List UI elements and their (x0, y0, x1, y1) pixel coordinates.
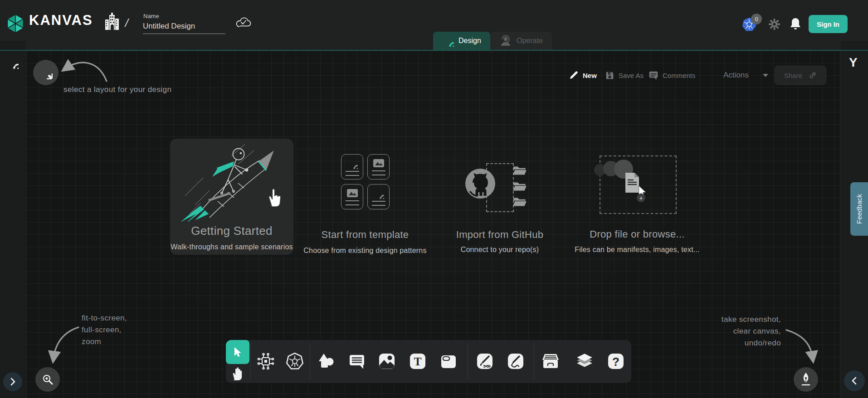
spiral-icon (373, 188, 384, 199)
folder-icon (512, 196, 527, 207)
chevron-right-icon (10, 378, 15, 386)
expand-left-panel-button[interactable] (3, 372, 22, 391)
select-tool[interactable] (226, 340, 249, 364)
help-question-icon: ? (607, 352, 625, 370)
layers-tool[interactable] (575, 351, 595, 371)
image-icon (373, 159, 385, 169)
archive-drawer-icon (541, 352, 561, 370)
thumb-lines (372, 201, 385, 206)
text-T-icon: T (409, 352, 427, 370)
meshery-spiral-icon[interactable] (5, 55, 19, 69)
comment-tool[interactable] (347, 351, 367, 371)
settings-gear-icon[interactable] (768, 18, 780, 30)
pan-tool[interactable] (228, 364, 248, 383)
tab-operate[interactable]: Operate (490, 32, 552, 50)
dock-divider (468, 344, 468, 379)
card-subtitle: Connect to your repo(s) (441, 246, 559, 254)
card-subtitle: Choose from existing design patterns (297, 247, 433, 255)
layout-hint-text: select a layout for your design (63, 85, 171, 94)
svg-text:?: ? (612, 355, 619, 369)
feedback-tab[interactable]: Feedback (850, 182, 868, 236)
github-octocat-icon[interactable] (464, 168, 496, 200)
layout-suggestion-button[interactable] (33, 60, 59, 85)
canvas-actions-button[interactable] (794, 367, 818, 392)
help-tool[interactable]: ? (606, 351, 626, 371)
design-canvas[interactable]: select a layout for your design New Save… (26, 51, 840, 398)
image-photo-icon (378, 352, 396, 370)
layout-suggestion-icon (39, 66, 53, 79)
folder-icon (512, 165, 527, 176)
collapse-right-panel-button[interactable] (844, 370, 865, 391)
magnifier-plus-icon (42, 374, 54, 385)
save-as-button[interactable]: Save As (605, 70, 644, 81)
image-icon (346, 189, 358, 199)
comment-box-icon (348, 352, 366, 370)
template-thumb (341, 154, 363, 180)
zoom-hint-arrow (44, 323, 83, 364)
tab-design[interactable]: Design (433, 32, 490, 50)
saved-cloud-icon (235, 16, 252, 29)
sign-in-button[interactable]: Sign In (809, 15, 848, 33)
design-tab-icon (442, 35, 454, 47)
text-tool[interactable]: T (408, 351, 428, 371)
share-button[interactable]: Share (775, 66, 826, 85)
kubernetes-wheel-icon (285, 352, 304, 371)
new-design-button[interactable]: New (569, 70, 597, 81)
new-label: New (583, 72, 597, 79)
pencil-new-icon (569, 70, 579, 80)
pen-tool[interactable] (475, 351, 495, 371)
breadcrumb-slash: / (124, 16, 130, 29)
actions-dropdown[interactable]: Actions (723, 70, 768, 81)
zoom-hint-text: fit-to-screen, full-screen, zoom (82, 312, 127, 348)
pencil-scribble-icon (507, 352, 525, 370)
spiral-icon (347, 158, 358, 169)
note-tool[interactable] (439, 351, 458, 371)
operate-tab-icon (499, 34, 512, 47)
left-rail (0, 41, 27, 398)
save-as-label: Save As (619, 72, 644, 79)
template-thumb (367, 184, 390, 209)
pen-path-icon (476, 352, 494, 370)
tab-design-label: Design (458, 37, 481, 45)
card-title[interactable]: Drop file or browse... (574, 228, 701, 240)
shapes-icon (317, 352, 336, 370)
app-header: KANVAS / Name (0, 0, 868, 41)
hand-icon (231, 366, 244, 381)
template-thumbnails[interactable] (341, 154, 390, 209)
brand-logo-icon[interactable] (5, 14, 25, 34)
dock-divider (250, 344, 251, 379)
layout-hint-arrow (61, 52, 112, 87)
comments-label: Comments (663, 72, 696, 79)
archive-tool[interactable] (541, 351, 561, 371)
design-name-label: Name (143, 13, 159, 19)
card-subtitle: Walk-throughs and sample scenarios (161, 243, 302, 251)
workspace-icon[interactable] (104, 12, 120, 31)
chevron-left-icon (852, 377, 857, 385)
card-title[interactable]: Start from template (302, 229, 429, 241)
share-link-icon (809, 71, 817, 79)
kubernetes-tool[interactable] (285, 351, 305, 371)
brand-name: KANVAS (29, 12, 93, 29)
actions-label: Actions (723, 71, 749, 80)
card-subtitle: Files can be manifests, images, text... (569, 246, 705, 254)
rocket-rider-illustration (177, 142, 286, 222)
comments-button[interactable]: Comments (649, 70, 696, 81)
shapes-tool[interactable] (317, 351, 336, 371)
card-title: Getting Started (170, 224, 293, 238)
template-thumb (367, 154, 390, 180)
design-name-input[interactable] (143, 21, 225, 34)
tab-operate-label: Operate (517, 37, 543, 45)
pen-nib-icon (800, 372, 812, 387)
pencil-tool[interactable] (506, 351, 526, 371)
feedback-label: Feedback (855, 194, 863, 224)
kubernetes-count-badge: 0 (751, 14, 762, 24)
chevron-down-icon (763, 74, 768, 77)
notifications-bell-icon[interactable] (789, 17, 802, 31)
card-title[interactable]: Import from GitHub (436, 229, 563, 241)
screenshot-hint-arrow (783, 326, 821, 365)
layer5-y-logo: Y (849, 55, 858, 70)
dock-divider (534, 344, 534, 379)
image-tool[interactable] (377, 351, 397, 371)
zoom-controls-button[interactable] (35, 367, 60, 392)
node-tool[interactable] (256, 351, 276, 371)
